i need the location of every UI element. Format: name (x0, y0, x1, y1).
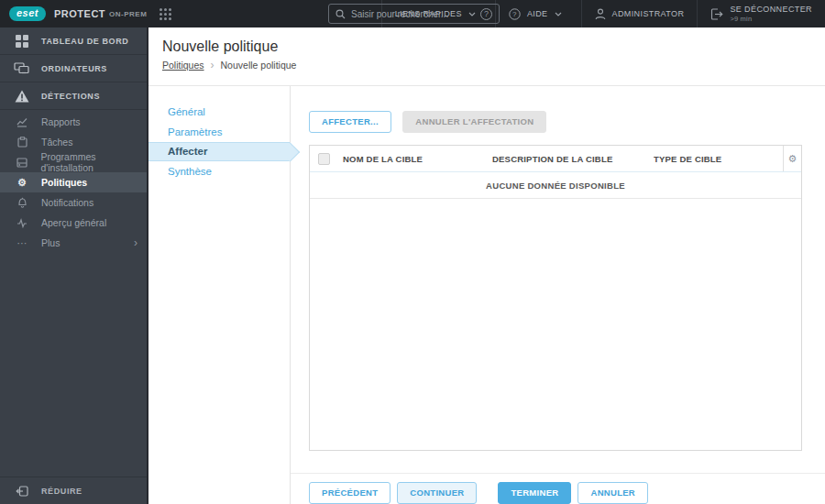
sidebar-item-detections[interactable]: DÉTECTIONS (0, 82, 147, 110)
sidebar-item-reports[interactable]: Rapports (0, 112, 147, 132)
assign-panel: AFFECTER... ANNULER L'AFFECTATION NOM DE… (291, 86, 825, 504)
sidebar-item-computers[interactable]: ORDINATEURS (0, 55, 147, 82)
sidebar-item-label: TABLEAU DE BORD (41, 37, 128, 46)
user-label: ADMINISTRATOR (612, 9, 685, 18)
brand: eset PROTECT ON-PREM (0, 6, 171, 21)
search-help-icon[interactable]: ? (480, 8, 492, 20)
svg-text:?: ? (512, 10, 517, 18)
continue-button[interactable]: CONTINUER (397, 482, 477, 504)
sidebar-item-label: Aperçu général (41, 217, 106, 228)
tasks-icon (16, 137, 28, 148)
column-header-target-name[interactable]: NOM DE LA CIBLE (343, 154, 492, 164)
collapse-label: RÉDUIRE (41, 487, 82, 496)
sidebar-item-more[interactable]: ⋯ Plus › (0, 233, 147, 253)
assign-button[interactable]: AFFECTER... (309, 111, 391, 133)
select-all-checkbox[interactable] (318, 153, 330, 165)
logout-label: SE DÉCONNECTER (730, 5, 812, 15)
content-header: Nouvelle politique Politiques › Nouvelle… (148, 27, 825, 86)
user-menu[interactable]: ADMINISTRATOR (581, 0, 698, 27)
select-all-cell (310, 153, 343, 165)
unassign-button[interactable]: ANNULER L'AFFECTATION (402, 111, 546, 133)
sidebar-item-notifications[interactable]: Notifications (0, 192, 147, 213)
product-name: PROTECT (54, 8, 105, 19)
column-header-target-type[interactable]: TYPE DE CIBLE (654, 154, 783, 164)
logout-button[interactable]: SE DÉCONNECTER >9 min (697, 0, 825, 27)
wizard-steps: Général Paramètres Affecter Synthèse (148, 86, 291, 504)
app-launcher-grid-icon[interactable] (160, 8, 171, 20)
reports-chart-icon (16, 117, 28, 127)
breadcrumb-link-policies[interactable]: Politiques (162, 60, 204, 71)
page-title: Nouvelle politique (162, 38, 825, 55)
sidebar-collapse-button[interactable]: RÉDUIRE (0, 477, 147, 504)
computers-icon (14, 62, 29, 75)
sidebar-item-label: Tâches (41, 137, 72, 148)
sidebar-item-label: ORDINATEURS (41, 64, 107, 73)
sidebar-item-label: Programmes d'installation (40, 151, 147, 173)
dashboard-icon (14, 35, 29, 48)
sidebar-item-label: Notifications (41, 197, 94, 208)
sidebar-item-dashboard[interactable]: TABLEAU DE BORD (0, 27, 147, 55)
breadcrumb: Politiques › Nouvelle politique (162, 59, 825, 71)
wizard-body: Général Paramètres Affecter Synthèse AFF… (148, 86, 825, 504)
breadcrumb-current: Nouvelle politique (221, 60, 297, 71)
sidebar-item-policies[interactable]: ⚙ Politiques (0, 172, 147, 192)
installers-icon (16, 158, 28, 168)
search-icon (336, 9, 346, 19)
chevron-down-icon (555, 12, 562, 16)
user-icon (595, 8, 606, 20)
table-settings-gear-icon[interactable]: ⚙ (783, 146, 801, 171)
product-suffix: ON-PREM (109, 10, 147, 18)
sidebar-item-label: Rapports (41, 116, 81, 127)
gear-icon: ⚙ (16, 178, 28, 188)
bell-icon (16, 197, 28, 208)
table-body-empty-area (310, 199, 801, 450)
help-menu[interactable]: ? AIDE (495, 0, 581, 27)
assign-toolbar: AFFECTER... ANNULER L'AFFECTATION (309, 111, 802, 133)
sidebar-item-installers[interactable]: Programmes d'installation (0, 152, 147, 172)
logout-timer: >9 min (730, 15, 812, 23)
eset-logo: eset (9, 6, 46, 21)
warning-triangle-icon (14, 90, 29, 103)
table-header-row: NOM DE LA CIBLE DESCRIPTION DE LA CIBLE … (310, 146, 801, 172)
search-input[interactable] (351, 9, 480, 19)
collapse-icon (14, 486, 29, 497)
chevron-right-icon: › (134, 236, 138, 249)
wizard-footer: PRÉCÉDENT CONTINUER TERMINER ANNULER (291, 473, 825, 504)
help-icon: ? (509, 8, 521, 20)
step-assign[interactable]: Affecter (148, 142, 290, 161)
sidebar-item-tasks[interactable]: Tâches (0, 132, 147, 152)
help-label: AIDE (527, 9, 548, 18)
step-settings[interactable]: Paramètres (148, 122, 290, 142)
status-overview-icon (16, 218, 28, 228)
sidebar-secondary: Rapports Tâches Programmes d'installatio… (0, 110, 147, 253)
sidebar-item-status-overview[interactable]: Aperçu général (0, 213, 147, 233)
ellipsis-icon: ⋯ (16, 238, 28, 248)
sidebar-item-label: DÉTECTIONS (41, 92, 100, 101)
column-header-target-description[interactable]: DESCRIPTION DE LA CIBLE (492, 154, 654, 164)
previous-button[interactable]: PRÉCÉDENT (309, 482, 390, 504)
breadcrumb-separator-icon: › (211, 59, 214, 71)
step-summary[interactable]: Synthèse (148, 161, 290, 181)
targets-table: NOM DE LA CIBLE DESCRIPTION DE LA CIBLE … (309, 145, 802, 451)
finish-button[interactable]: TERMINER (498, 482, 571, 504)
sidebar-item-label: Plus (41, 237, 60, 248)
sidebar: TABLEAU DE BORD ORDINATEURS DÉTECTIONS R… (0, 27, 148, 504)
logout-icon (710, 8, 723, 20)
sidebar-item-label: Politiques (41, 177, 87, 188)
cancel-button[interactable]: ANNULER (578, 482, 648, 504)
step-general[interactable]: Général (148, 102, 290, 122)
top-bar: eset PROTECT ON-PREM ? LIENS RAPIDES ? A… (0, 0, 825, 27)
table-empty-state: AUCUNE DONNÉE DISPONIBLE (310, 172, 801, 199)
search-box[interactable]: ? (328, 4, 500, 24)
